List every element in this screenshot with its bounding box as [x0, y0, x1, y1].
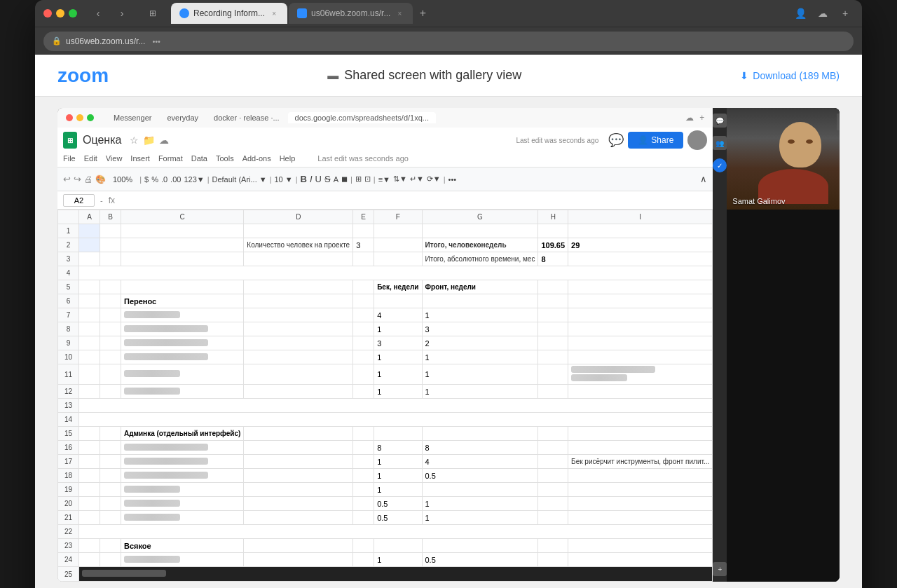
cell-E7[interactable]	[353, 308, 374, 322]
cell-B24[interactable]	[100, 553, 121, 567]
cell-A2[interactable]	[79, 238, 100, 252]
cell-B17[interactable]	[100, 455, 121, 469]
back-button[interactable]: ‹	[88, 4, 108, 23]
cell-H19[interactable]	[538, 483, 568, 497]
cell-A15[interactable]	[79, 427, 100, 441]
cell-I17[interactable]: Бек рисёрчит инструменты, фронт пилит...	[568, 455, 713, 469]
cell-C9[interactable]	[121, 336, 244, 350]
cell-A18[interactable]	[79, 469, 100, 483]
cell-F24[interactable]: 1	[374, 553, 422, 567]
cell-D20[interactable]	[244, 497, 353, 511]
cell-G12[interactable]: 1	[422, 385, 538, 399]
percent-btn[interactable]: %	[151, 175, 158, 184]
borders-btn[interactable]: ⊞	[355, 175, 362, 184]
cell-B7[interactable]	[100, 308, 121, 322]
cell-F19[interactable]: 1	[374, 483, 422, 497]
cell-F12[interactable]: 1	[374, 385, 422, 399]
cell-H17[interactable]	[538, 455, 568, 469]
cell-D12[interactable]	[244, 385, 353, 399]
cell-G17[interactable]: 4	[422, 455, 538, 469]
highlight-btn[interactable]: ◼	[341, 175, 348, 184]
add-sidebar-icon[interactable]: +	[713, 562, 727, 576]
tab-recording[interactable]: Recording Inform... ×	[171, 3, 287, 24]
cell-A16[interactable]	[79, 441, 100, 455]
decimal-btn2[interactable]: .00	[170, 175, 181, 184]
ss-tab-messenger[interactable]: Messenger	[107, 112, 158, 123]
cell-G9[interactable]: 2	[422, 336, 538, 350]
cell-F1[interactable]	[374, 224, 422, 238]
cell-C7[interactable]	[121, 308, 244, 322]
bold-btn[interactable]: B	[301, 174, 307, 184]
check-sidebar-icon[interactable]: ✓	[713, 158, 727, 172]
zoom-percent[interactable]: 100%	[109, 175, 137, 184]
cell-G6[interactable]	[422, 294, 538, 308]
share-button[interactable]: 👤 Share	[628, 132, 683, 149]
menu-edit[interactable]: Edit	[84, 154, 97, 163]
cell-G10[interactable]: 1	[422, 350, 538, 364]
cell-D19[interactable]	[244, 483, 353, 497]
chat-sidebar-icon[interactable]: 💬	[713, 114, 727, 128]
sidebar-toggle-button[interactable]: ⊞	[143, 4, 163, 23]
cell-A12[interactable]	[79, 385, 100, 399]
cell-H8[interactable]	[538, 322, 568, 336]
profile-icon[interactable]: 👤	[792, 5, 809, 22]
cell-B12[interactable]	[100, 385, 121, 399]
cell-I9[interactable]	[568, 336, 713, 350]
cell-E8[interactable]	[353, 322, 374, 336]
cell-A20[interactable]	[79, 497, 100, 511]
cell-D15[interactable]	[244, 427, 353, 441]
cell-D3[interactable]	[244, 252, 353, 266]
cell-H11[interactable]	[538, 364, 568, 385]
cell-A10[interactable]	[79, 350, 100, 364]
cell-B3[interactable]	[100, 252, 121, 266]
cell-C19[interactable]	[121, 483, 244, 497]
merge-btn[interactable]: ⊡	[364, 175, 371, 184]
cell-F10[interactable]: 1	[374, 350, 422, 364]
font-family[interactable]: Default (Ari... ▼	[212, 175, 267, 184]
participants-sidebar-icon[interactable]: 👥	[713, 136, 727, 150]
cell-E23[interactable]	[353, 539, 374, 553]
cell-F23[interactable]	[374, 539, 422, 553]
cell-F18[interactable]: 1	[374, 469, 422, 483]
cell-C20[interactable]	[121, 497, 244, 511]
col-header-C[interactable]: C	[121, 210, 244, 224]
cell-H15[interactable]	[538, 427, 568, 441]
menu-addons[interactable]: Add-ons	[242, 154, 271, 163]
cell-G5[interactable]: Фронт, недели	[422, 280, 538, 294]
cell-A19[interactable]	[79, 483, 100, 497]
cell-I10[interactable]	[568, 350, 713, 364]
cell-D17[interactable]	[244, 455, 353, 469]
tab-close-zoom[interactable]: ×	[395, 8, 404, 18]
new-tab-button[interactable]: +	[414, 5, 431, 22]
cell-E18[interactable]	[353, 469, 374, 483]
cell-D2[interactable]: Количество человек на проекте	[244, 238, 353, 252]
cell-C21[interactable]	[121, 511, 244, 525]
cell-I1[interactable]	[568, 224, 713, 238]
cell-I8[interactable]	[568, 322, 713, 336]
cell-H10[interactable]	[538, 350, 568, 364]
cell-E15[interactable]	[353, 427, 374, 441]
cell-H20[interactable]	[538, 497, 568, 511]
ss-tab-docs[interactable]: docs.google.com/spreadsheets/d/1xq...	[288, 112, 436, 123]
cell-A23[interactable]	[79, 539, 100, 553]
cell-B9[interactable]	[100, 336, 121, 350]
cell-E2[interactable]: 3	[353, 238, 374, 252]
comment-icon[interactable]: 💬	[608, 132, 624, 148]
menu-tools[interactable]: Tools	[216, 154, 234, 163]
cell-C1[interactable]	[121, 224, 244, 238]
forward-button[interactable]: ›	[112, 4, 132, 23]
cell-G21[interactable]: 1	[422, 511, 538, 525]
wrap-btn[interactable]: ↵▼	[410, 175, 424, 184]
cell-F16[interactable]: 8	[374, 441, 422, 455]
cell-E19[interactable]	[353, 483, 374, 497]
cell-H16[interactable]	[538, 441, 568, 455]
menu-insert[interactable]: Insert	[130, 154, 150, 163]
cell-D5[interactable]	[244, 280, 353, 294]
cell-C2[interactable]	[121, 238, 244, 252]
cell-G2[interactable]: Итого, человеконедель	[422, 238, 538, 252]
cell-H5[interactable]	[538, 280, 568, 294]
cell-C8[interactable]	[121, 322, 244, 336]
cell-F3[interactable]	[374, 252, 422, 266]
cell-D16[interactable]	[244, 441, 353, 455]
cell-A17[interactable]	[79, 455, 100, 469]
